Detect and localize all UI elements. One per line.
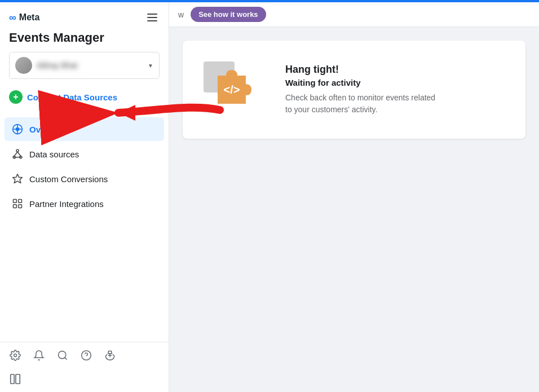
sidebar-nav: Overview Data sources	[0, 115, 169, 342]
svg-rect-14	[19, 200, 22, 203]
content-area: </> Hang tight! Waiting for activity Che…	[169, 27, 539, 392]
svg-rect-15	[14, 205, 17, 208]
main-content: w See how it works	[169, 2, 539, 392]
hamburger-line-2	[147, 17, 157, 18]
svg-rect-13	[14, 200, 17, 203]
data-sources-icon	[11, 148, 24, 160]
account-selector[interactable]: Abhay Bhat ▼	[9, 52, 160, 79]
sidebar-footer	[0, 342, 169, 368]
svg-point-17	[14, 354, 17, 357]
custom-conversions-icon	[11, 173, 24, 185]
hamburger-button[interactable]	[145, 11, 160, 24]
waiting-text: Hang tight! Waiting for activity Check b…	[285, 64, 443, 116]
sidebar: ∞ Meta Events Manager Abhay Bhat ▼ + Con…	[0, 2, 169, 392]
account-name: Abhay Bhat	[37, 61, 143, 70]
sidebar-header: ∞ Meta	[0, 2, 169, 28]
sidebar-item-custom-conversions-label: Custom Conversions	[29, 174, 108, 184]
search-icon[interactable]	[56, 349, 69, 362]
svg-line-10	[17, 152, 21, 156]
svg-rect-25	[16, 375, 20, 384]
chevron-down-icon: ▼	[148, 63, 153, 69]
partner-integrations-icon	[11, 197, 24, 210]
svg-rect-16	[19, 205, 22, 208]
see-how-it-works-button[interactable]: See how it works	[191, 7, 266, 22]
svg-point-18	[59, 351, 66, 359]
help-icon[interactable]	[80, 349, 92, 362]
meta-wordmark: Meta	[19, 12, 39, 23]
svg-line-9	[14, 152, 17, 156]
svg-text:</>: </>	[224, 83, 240, 96]
waiting-card: </> Hang tight! Waiting for activity Che…	[183, 41, 525, 139]
plus-circle-icon: +	[9, 90, 23, 104]
hamburger-line-3	[147, 20, 157, 21]
svg-rect-24	[11, 375, 14, 384]
overview-icon	[11, 123, 24, 135]
meta-logo: ∞ Meta	[9, 12, 39, 24]
sidebar-bottom-icon[interactable]	[0, 368, 169, 392]
sidebar-item-partner-integrations[interactable]: Partner Integrations	[5, 192, 164, 215]
hamburger-line-1	[147, 14, 157, 15]
breadcrumb: w	[178, 10, 184, 19]
puzzle-svg: </>	[201, 59, 263, 121]
meta-logo-icon: ∞	[9, 12, 16, 24]
connect-button-label: Connect Data Sources	[27, 93, 117, 102]
sidebar-item-data-sources-label: Data sources	[29, 149, 79, 159]
settings-icon[interactable]	[9, 349, 21, 362]
sidebar-item-overview-label: Overview	[29, 125, 67, 134]
svg-point-20	[82, 351, 91, 360]
debug-icon[interactable]	[104, 349, 116, 362]
waiting-subtitle: Waiting for activity	[285, 78, 443, 87]
connect-data-sources-button[interactable]: + Connect Data Sources	[9, 88, 160, 106]
svg-point-1	[16, 127, 20, 131]
avatar	[15, 57, 32, 74]
svg-marker-12	[13, 174, 23, 183]
avatar-image	[15, 57, 32, 74]
page-title: Events Manager	[0, 28, 169, 52]
waiting-title: Hang tight!	[285, 64, 443, 76]
bell-icon[interactable]	[33, 349, 45, 362]
sidebar-item-custom-conversions[interactable]: Custom Conversions	[5, 167, 164, 191]
main-header: w See how it works	[169, 2, 539, 27]
waiting-description: Check back often to monitor events relat…	[285, 92, 443, 116]
sidebar-item-overview[interactable]: Overview	[5, 117, 164, 141]
svg-line-19	[65, 358, 67, 360]
puzzle-illustration: </>	[201, 59, 263, 121]
app-container: ∞ Meta Events Manager Abhay Bhat ▼ + Con…	[0, 2, 539, 392]
sidebar-item-data-sources[interactable]: Data sources	[5, 142, 164, 166]
sidebar-item-partner-integrations-label: Partner Integrations	[29, 199, 104, 209]
